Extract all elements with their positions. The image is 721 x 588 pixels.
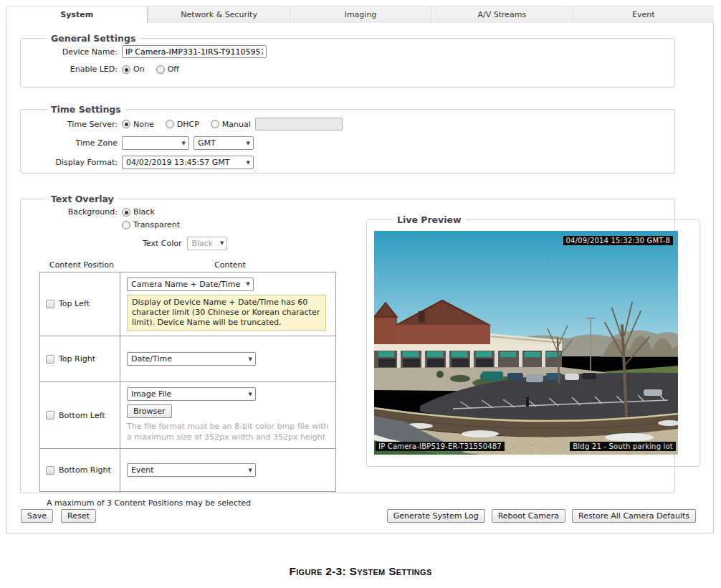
background-black-radio[interactable] (122, 208, 130, 217)
live-preview-frame: 04/09/2014 15:32:30 GMT-8 IP Camera-IBP5… (374, 231, 678, 455)
time-settings-section: Time Settings Time Server: None DHCP Man… (20, 104, 675, 174)
text-overlay-legend: Text Overlay (47, 194, 118, 204)
led-on-radio[interactable] (122, 65, 130, 74)
bottom-left-content-select[interactable]: Image File ▼ (127, 387, 256, 401)
top-left-label: Top Left (59, 299, 90, 308)
tab-imaging[interactable]: Imaging (290, 6, 431, 24)
image-file-hint: The file format must be an 8-bit color b… (127, 422, 329, 443)
top-right-content-value: Date/Time (131, 354, 172, 364)
time-zone-region-select[interactable]: ▼ (122, 136, 189, 150)
time-zone-label: Time Zone (21, 138, 118, 148)
general-settings-section: General Settings Device Name: Enable LED… (20, 33, 675, 87)
restore-defaults-button[interactable]: Restore All Camera Defaults (572, 509, 696, 523)
dropdown-arrow-icon: ▼ (249, 468, 252, 473)
table-row-top-left: Top Left Camera Name + Date/Time ▼ Displ… (40, 272, 336, 336)
live-preview-legend: Live Preview (393, 214, 466, 225)
top-left-content-select[interactable]: Camera Name + Date/Time ▼ (127, 278, 254, 291)
content-position-header: Content Position (39, 260, 124, 270)
tab-bar: System Network & Security Imaging A/V St… (6, 6, 714, 24)
live-preview-image (374, 231, 678, 455)
bottom-right-content-value: Event (131, 465, 154, 475)
text-overlay-section: Text Overlay Background: Black Transpare… (20, 194, 675, 493)
dropdown-arrow-icon: ▼ (247, 160, 250, 166)
system-settings-panel: General Settings Device Name: Enable LED… (6, 23, 714, 534)
preview-overlay-datetime: 04/09/2014 15:32:30 GMT-8 (563, 236, 673, 245)
bottom-left-label: Bottom Left (59, 411, 105, 420)
time-server-manual-radio[interactable] (211, 120, 219, 128)
reboot-camera-button[interactable]: Reboot Camera (492, 509, 565, 523)
time-server-manual-label: Manual (222, 120, 251, 129)
time-zone-gmt-value: GMT (198, 138, 216, 148)
led-off-label: Off (168, 65, 179, 74)
reset-button[interactable]: Reset (61, 509, 96, 523)
generate-system-log-button[interactable]: Generate System Log (387, 509, 485, 523)
tab-network-security[interactable]: Network & Security (148, 6, 289, 24)
dropdown-arrow-icon: ▼ (249, 356, 252, 362)
time-server-dhcp-label: DHCP (177, 120, 199, 129)
top-right-label: Top Right (59, 354, 95, 364)
character-limit-note: Display of Device Name + Date/Time has 6… (127, 295, 326, 331)
dropdown-arrow-icon: ▼ (247, 141, 250, 146)
top-right-content-select[interactable]: Date/Time ▼ (127, 352, 256, 366)
tab-system[interactable]: System (6, 6, 148, 24)
display-format-select[interactable]: 04/02/2019 13:45:57 GMT ▼ (122, 156, 254, 169)
time-server-none-label: None (133, 120, 154, 129)
top-right-checkbox[interactable] (46, 355, 54, 364)
table-row-top-right: Top Right Date/Time ▼ (40, 336, 336, 382)
dropdown-arrow-icon: ▼ (246, 281, 249, 287)
time-server-label: Time Server: (21, 120, 118, 129)
table-row-bottom-right: Bottom Right Event ▼ (40, 449, 336, 492)
bottom-left-content-value: Image File (131, 389, 171, 399)
dropdown-arrow-icon: ▼ (220, 240, 224, 246)
led-off-radio[interactable] (156, 65, 165, 74)
text-color-select: Black ▼ (187, 237, 227, 250)
background-transparent-radio[interactable] (122, 221, 130, 229)
time-settings-legend: Time Settings (47, 104, 125, 115)
display-format-value: 04/02/2019 13:45:57 GMT (126, 158, 230, 167)
table-row-bottom-left: Bottom Left Image File ▼ Browser The fil… (40, 382, 336, 449)
top-left-content-value: Camera Name + Date/Time (131, 280, 240, 289)
text-color-label: Text Color (143, 239, 181, 248)
tab-event[interactable]: Event (573, 6, 714, 24)
device-name-input[interactable] (122, 45, 267, 58)
tab-av-streams[interactable]: A/V Streams (431, 6, 572, 24)
bottom-right-label: Bottom Right (59, 465, 111, 475)
bottom-right-content-select[interactable]: Event ▼ (127, 463, 256, 477)
background-label: Background: (21, 207, 118, 217)
background-black-label: Black (133, 207, 155, 217)
display-format-label: Display Format: (21, 158, 118, 167)
preview-overlay-event-text: Bldg 21 - South parking lot (570, 442, 676, 451)
bottom-right-checkbox[interactable] (46, 466, 54, 475)
time-server-dhcp-radio[interactable] (166, 120, 174, 128)
save-button[interactable]: Save (21, 509, 53, 523)
live-preview-section: Live Preview (366, 214, 700, 467)
background-transparent-label: Transparent (133, 220, 180, 229)
preview-overlay-camera-name: IP Camera-IBP519-ER-T31550487 (376, 442, 505, 451)
dropdown-arrow-icon: ▼ (249, 392, 252, 397)
figure-caption: Figure 2-3: System Settings (0, 565, 721, 578)
content-header: Content (124, 260, 336, 270)
enable-led-label: Enable LED: (21, 65, 118, 74)
bottom-left-checkbox[interactable] (46, 411, 54, 419)
device-name-label: Device Name: (21, 47, 118, 57)
led-on-label: On (133, 65, 145, 74)
time-zone-gmt-select[interactable]: GMT ▼ (194, 136, 254, 150)
content-position-table: Top Left Camera Name + Date/Time ▼ Displ… (39, 272, 336, 493)
browser-button[interactable]: Browser (127, 404, 172, 418)
general-settings-legend: General Settings (47, 33, 140, 44)
max-positions-note: A maximum of 3 Content Positions may be … (47, 498, 674, 508)
dropdown-arrow-icon: ▼ (182, 141, 186, 146)
text-color-value: Black (191, 239, 213, 248)
time-server-none-radio[interactable] (122, 120, 130, 128)
top-left-checkbox[interactable] (46, 300, 54, 308)
time-server-manual-input[interactable] (255, 118, 343, 131)
